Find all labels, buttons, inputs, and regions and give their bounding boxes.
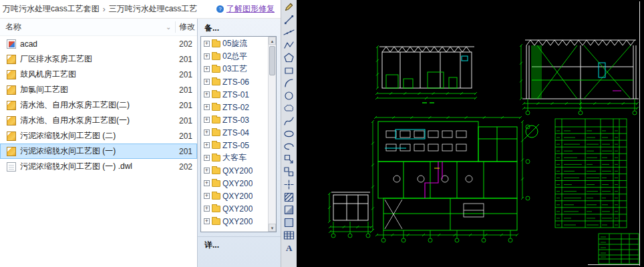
explorer-top-bar: 万吨污水处理cass工艺套图 › 三万吨污水处理cass工艺 ? 了解图形修复 — [0, 0, 281, 19]
draw-toolbar: A — [281, 0, 297, 267]
tool-rectangle[interactable] — [283, 65, 296, 76]
dwg-file-icon — [7, 116, 16, 125]
tool-multiline-text[interactable]: A — [283, 242, 296, 254]
file-date: 202 — [179, 39, 192, 49]
tree-item[interactable]: +02总平 — [202, 50, 267, 63]
folder-icon — [212, 91, 220, 98]
rectangle-icon — [283, 65, 295, 76]
folder-icon — [212, 155, 220, 162]
tool-line[interactable] — [283, 14, 296, 25]
tool-palette: 备... +05旋流+02总平+03工艺+ZTS-06+ZTS-01+ZTS-0… — [197, 19, 281, 267]
tool-hatch[interactable] — [283, 192, 296, 203]
tool-region[interactable] — [283, 217, 296, 228]
tool-make-block[interactable] — [283, 166, 296, 178]
file-row[interactable]: 污泥浓缩脱水间工艺图 (一) .dwl202 — [0, 159, 197, 174]
expand-plus-icon[interactable]: + — [204, 91, 210, 97]
tool-construction-line[interactable] — [283, 27, 296, 38]
tree-item[interactable]: +QXY200 — [202, 202, 267, 215]
folder-tree-box: +05旋流+02总平+03工艺+ZTS-06+ZTS-01+ZTS-02+ZTS… — [200, 36, 277, 232]
expand-plus-icon[interactable]: + — [204, 41, 210, 47]
file-row[interactable]: 加氯间工艺图201 — [0, 82, 197, 97]
tool-ellipse-arc[interactable] — [283, 141, 296, 152]
expand-plus-icon[interactable]: + — [204, 79, 210, 85]
tool-polygon[interactable] — [283, 52, 296, 63]
tree-item-label: 大客车 — [222, 152, 247, 164]
column-divider — [175, 21, 176, 33]
file-row[interactable]: acad202 — [0, 36, 197, 51]
breadcrumb-item[interactable]: 万吨污水处理cass工艺套图 — [3, 3, 100, 15]
tree-item[interactable]: +QXY200 — [202, 164, 267, 177]
tree-item[interactable]: +ZTS-03 — [202, 113, 267, 126]
file-row[interactable]: 污泥浓缩脱水间工艺图 (二)201 — [0, 128, 197, 144]
tree-item[interactable]: +ZTS-04 — [202, 126, 267, 139]
tool-arc[interactable] — [283, 77, 296, 89]
scroll-thumb[interactable] — [269, 46, 275, 75]
tool-circle[interactable] — [283, 90, 296, 101]
expand-plus-icon[interactable]: + — [204, 155, 210, 161]
file-row[interactable]: 清水池、自用水泵房工艺图(一)201 — [0, 113, 197, 128]
expand-plus-icon[interactable]: + — [204, 53, 210, 59]
tree-item[interactable]: +ZTS-05 — [202, 139, 267, 152]
tree-item[interactable]: +ZTS-01 — [202, 88, 267, 101]
tool-spline[interactable] — [283, 115, 296, 127]
multiline-text-icon: A — [283, 242, 295, 254]
expand-plus-icon[interactable]: + — [204, 180, 210, 186]
tree-item[interactable]: +QXY200 — [202, 215, 267, 228]
column-modified[interactable]: 修改 — [179, 21, 195, 33]
tree-item[interactable]: +QXY200 — [202, 190, 267, 202]
tree-item[interactable]: +大客车 — [202, 152, 267, 164]
scroll-down-arrow[interactable]: ▼ — [269, 224, 276, 232]
tool-revision-cloud[interactable] — [283, 103, 296, 114]
tree-item[interactable]: +ZTS-02 — [202, 101, 267, 113]
chevron-down-icon[interactable]: ⌄ — [166, 23, 171, 31]
folder-icon — [212, 41, 220, 47]
expand-plus-icon[interactable]: + — [204, 117, 210, 123]
tree-item[interactable]: +05旋流 — [202, 37, 267, 50]
file-row[interactable]: 厂区排水泵房工艺图201 — [0, 51, 197, 67]
tree-item[interactable]: +QXY200 — [202, 177, 267, 190]
column-name[interactable]: 名称 — [0, 21, 21, 33]
cad-canvas[interactable] — [297, 0, 644, 267]
expand-plus-icon[interactable]: + — [204, 104, 210, 110]
expand-plus-icon[interactable]: + — [204, 206, 210, 212]
breadcrumb-item[interactable]: 三万吨污水处理cass工艺 — [109, 3, 198, 15]
file-name: 厂区排水泵房工艺图 — [20, 53, 92, 65]
file-name: 鼓风机房工艺图 — [20, 69, 76, 80]
tool-insert-block[interactable] — [283, 154, 296, 165]
revision-cloud-icon — [283, 103, 295, 114]
expand-plus-icon[interactable]: + — [204, 193, 210, 199]
folder-icon — [212, 129, 220, 136]
tree-item-label: QXY200 — [222, 192, 253, 201]
tool-table[interactable] — [283, 230, 296, 241]
file-row[interactable]: 清水池、自用水泵房工艺图(二)201 — [0, 97, 197, 113]
dwg-file-icon — [7, 147, 16, 156]
title-block — [599, 234, 639, 264]
tree-item[interactable]: +03工艺 — [202, 63, 267, 75]
pencil-icon — [283, 1, 295, 13]
file-date: 201 — [179, 147, 192, 156]
tree-item[interactable]: +ZTS-06 — [202, 75, 267, 88]
expand-plus-icon[interactable]: + — [204, 129, 210, 136]
palette-header: 备... — [198, 19, 281, 37]
file-name: 清水池、自用水泵房工艺图(二) — [20, 99, 130, 111]
tool-pencil[interactable] — [283, 1, 296, 13]
file-row[interactable]: 鼓风机房工艺图201 — [0, 67, 197, 82]
info-icon: ? — [216, 5, 224, 13]
tool-point[interactable] — [283, 179, 296, 190]
tool-gradient[interactable] — [283, 204, 296, 216]
expand-plus-icon[interactable]: + — [204, 66, 210, 72]
drawing-recovery-link[interactable]: 了解图形修复 — [226, 3, 275, 15]
expand-plus-icon[interactable]: + — [204, 218, 210, 224]
file-row[interactable]: 污泥浓缩脱水间工艺图 (一)201 — [0, 144, 197, 159]
dwg-file-icon — [7, 101, 16, 110]
scroll-up-arrow[interactable]: ▲ — [269, 37, 276, 45]
tool-ellipse[interactable] — [283, 128, 296, 140]
tree-scrollbar[interactable]: ▲ ▼ — [268, 37, 276, 232]
tree-item-label: ZTS-03 — [222, 115, 249, 125]
tree-item-label: QXY200 — [222, 217, 253, 226]
expand-plus-icon[interactable]: + — [204, 168, 210, 174]
tool-polyline[interactable] — [283, 39, 296, 51]
expand-plus-icon[interactable]: + — [204, 142, 210, 148]
screen: A 万吨污水处理cass工艺套图 › 三万吨污水处理cass工艺 ? 了解图形修… — [0, 0, 644, 267]
folder-icon — [212, 66, 220, 73]
